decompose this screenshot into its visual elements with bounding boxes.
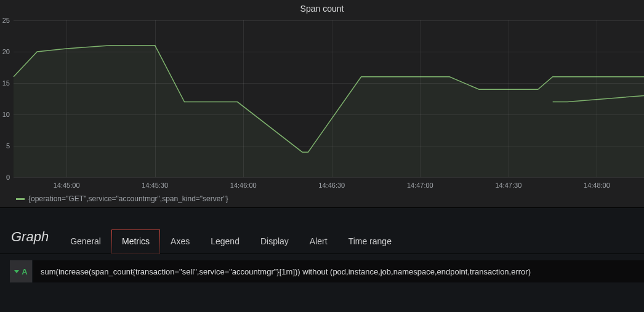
gridline-v bbox=[597, 20, 597, 177]
gridline-h bbox=[14, 20, 644, 21]
chart-series-svg bbox=[14, 20, 644, 177]
chart-plot-area[interactable] bbox=[14, 20, 644, 177]
x-tick-label: 14:45:30 bbox=[142, 182, 168, 189]
x-tick-label: 14:48:00 bbox=[584, 182, 610, 189]
gridline-v bbox=[420, 20, 421, 177]
chart-panel: Span count 0510152025 14:45:0014:45:3014… bbox=[0, 0, 644, 208]
x-tick-label: 14:46:30 bbox=[318, 182, 345, 189]
gridline-h bbox=[14, 114, 644, 115]
gridline-v bbox=[243, 20, 244, 177]
legend-label: {operation="GET",service="accountmgr",sp… bbox=[28, 194, 228, 203]
query-row: A bbox=[10, 260, 644, 282]
x-tick-label: 14:46:00 bbox=[230, 182, 257, 189]
x-tick-label: 14:47:00 bbox=[407, 182, 433, 189]
caret-down-icon bbox=[14, 270, 19, 273]
y-tick-label: 0 bbox=[6, 174, 10, 181]
tab-general[interactable]: General bbox=[60, 230, 111, 254]
editor-tabs: GeneralMetricsAxesLegendDisplayAlertTime… bbox=[60, 208, 402, 254]
tab-axes[interactable]: Axes bbox=[160, 230, 200, 254]
y-tick-label: 20 bbox=[2, 48, 10, 55]
panel-editor-bar: Graph GeneralMetricsAxesLegendDisplayAle… bbox=[0, 208, 644, 254]
tab-metrics[interactable]: Metrics bbox=[111, 230, 160, 254]
y-tick-label: 5 bbox=[6, 142, 10, 150]
gridline-h bbox=[14, 146, 644, 146]
query-expression-input[interactable] bbox=[33, 260, 644, 282]
gridline-v bbox=[332, 20, 332, 177]
gridline-v bbox=[155, 20, 156, 177]
x-tick-label: 14:47:30 bbox=[495, 182, 521, 189]
chart-legend[interactable]: {operation="GET",service="accountmgr",sp… bbox=[16, 194, 228, 203]
y-tick-label: 10 bbox=[2, 111, 10, 118]
query-letter: A bbox=[22, 267, 27, 276]
tab-legend[interactable]: Legend bbox=[200, 230, 250, 254]
panel-type-title: Graph bbox=[0, 229, 60, 254]
tab-time-range[interactable]: Time range bbox=[338, 230, 402, 254]
gridline-h bbox=[14, 177, 644, 178]
query-editor: A bbox=[0, 254, 644, 282]
chart-title: Span count bbox=[0, 4, 644, 14]
gridline-h bbox=[14, 52, 644, 52]
tab-display[interactable]: Display bbox=[250, 230, 299, 254]
x-axis-labels: 14:45:0014:45:3014:46:0014:46:3014:47:00… bbox=[14, 182, 644, 191]
gridline-v bbox=[66, 20, 67, 177]
legend-color-swatch bbox=[16, 198, 25, 200]
tab-alert[interactable]: Alert bbox=[299, 230, 338, 254]
query-row-toggle[interactable]: A bbox=[10, 260, 33, 282]
y-tick-label: 25 bbox=[2, 17, 10, 24]
svg-marker-0 bbox=[14, 46, 644, 177]
y-tick-label: 15 bbox=[2, 79, 10, 87]
x-tick-label: 14:45:00 bbox=[54, 182, 80, 189]
gridline-v bbox=[509, 20, 509, 177]
gridline-h bbox=[14, 83, 644, 84]
y-axis-labels: 0510152025 bbox=[0, 20, 12, 177]
